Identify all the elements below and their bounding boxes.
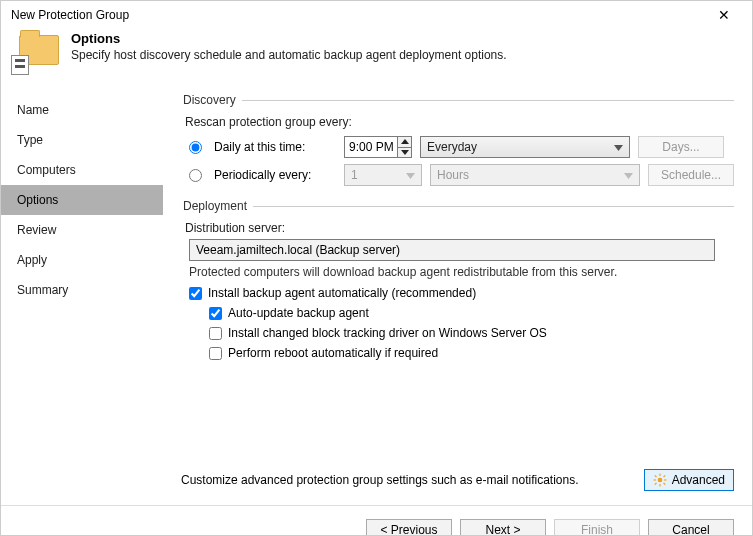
autoupdate-label: Auto-update backup agent [228, 306, 369, 320]
reboot-row: Perform reboot automatically if required [181, 343, 734, 363]
svg-marker-0 [401, 139, 409, 144]
sidebar-item-review[interactable]: Review [1, 215, 163, 245]
install-agent-checkbox[interactable] [189, 287, 202, 300]
server-icon [11, 55, 29, 75]
daily-radio-label: Daily at this time: [214, 140, 336, 154]
daily-row: Daily at this time: Everyday Days... [181, 133, 734, 161]
spinner-up-icon[interactable] [398, 137, 411, 148]
advanced-text: Customize advanced protection group sett… [181, 473, 579, 487]
daily-radio[interactable] [189, 141, 202, 154]
sidebar-item-name[interactable]: Name [1, 95, 163, 125]
chevron-down-icon [406, 168, 415, 182]
chevron-down-icon [614, 140, 623, 154]
reboot-checkbox[interactable] [209, 347, 222, 360]
time-spinner[interactable] [397, 137, 411, 157]
previous-button[interactable]: < Previous [366, 519, 452, 537]
sidebar-item-computers[interactable]: Computers [1, 155, 163, 185]
advanced-row: Customize advanced protection group sett… [181, 469, 734, 491]
svg-marker-4 [624, 173, 633, 179]
cbt-row: Install changed block tracking driver on… [181, 323, 734, 343]
next-button[interactable]: Next > [460, 519, 546, 537]
distribution-label: Distribution server: [181, 221, 734, 235]
sidebar-item-type[interactable]: Type [1, 125, 163, 155]
daily-time-field[interactable] [345, 137, 397, 157]
install-agent-label: Install backup agent automatically (reco… [208, 286, 476, 300]
cancel-button[interactable]: Cancel [648, 519, 734, 537]
periodic-unit: Hours [437, 168, 469, 182]
svg-rect-9 [653, 479, 655, 480]
svg-rect-8 [659, 484, 660, 486]
deployment-legend: Deployment [181, 199, 253, 213]
svg-point-6 [657, 478, 662, 483]
schedule-button: Schedule... [648, 164, 734, 186]
autoupdate-row: Auto-update backup agent [181, 303, 734, 323]
wizard-footer: < Previous Next > Finish Cancel [1, 505, 752, 536]
reboot-label: Perform reboot automatically if required [228, 346, 438, 360]
distribution-server-select[interactable]: Veeam.jamiltech.local (Backup server) [189, 239, 715, 261]
autoupdate-checkbox[interactable] [209, 307, 222, 320]
sidebar-item-options[interactable]: Options [1, 185, 163, 215]
periodic-radio-label: Periodically every: [214, 168, 336, 182]
cbt-label: Install changed block tracking driver on… [228, 326, 547, 340]
main-panel: Discovery Rescan protection group every:… [163, 85, 752, 505]
discovery-group: Discovery Rescan protection group every:… [181, 93, 734, 189]
days-button: Days... [638, 136, 724, 158]
periodic-row: Periodically every: 1 Hours Schedule... [181, 161, 734, 189]
advanced-button-label: Advanced [672, 473, 725, 487]
svg-rect-14 [663, 475, 665, 477]
cbt-checkbox[interactable] [209, 327, 222, 340]
page-title: Options [71, 31, 507, 46]
svg-rect-10 [664, 479, 666, 480]
titlebar: New Protection Group ✕ [1, 1, 752, 29]
sidebar-item-apply[interactable]: Apply [1, 245, 163, 275]
header-icon [11, 31, 59, 75]
svg-marker-3 [406, 173, 415, 179]
spinner-down-icon[interactable] [398, 148, 411, 158]
svg-rect-13 [654, 483, 656, 485]
periodic-value: 1 [351, 168, 358, 182]
wizard-steps-sidebar: Name Type Computers Options Review Apply… [1, 85, 163, 505]
sidebar-item-summary[interactable]: Summary [1, 275, 163, 305]
advanced-button[interactable]: Advanced [644, 469, 734, 491]
svg-rect-11 [654, 475, 656, 477]
deployment-group: Deployment Distribution server: Veeam.ja… [181, 199, 734, 363]
periodic-value-select: 1 [344, 164, 422, 186]
header-text: Options Specify host discovery schedule … [71, 31, 507, 62]
discovery-legend: Discovery [181, 93, 242, 107]
svg-marker-2 [614, 145, 623, 151]
distribution-server-value: Veeam.jamiltech.local (Backup server) [196, 243, 400, 257]
periodic-radio[interactable] [189, 169, 202, 182]
page-subtitle: Specify host discovery schedule and auto… [71, 48, 507, 62]
chevron-down-icon [624, 168, 633, 182]
window-title: New Protection Group [11, 8, 129, 22]
svg-rect-7 [659, 474, 660, 476]
day-select[interactable]: Everyday [420, 136, 630, 158]
periodic-unit-select: Hours [430, 164, 640, 186]
rescan-label: Rescan protection group every: [181, 115, 734, 129]
install-agent-row: Install backup agent automatically (reco… [181, 283, 734, 303]
distribution-info: Protected computers will download backup… [181, 261, 734, 283]
close-icon[interactable]: ✕ [704, 7, 744, 23]
finish-button: Finish [554, 519, 640, 537]
day-select-value: Everyday [427, 140, 477, 154]
gear-icon [653, 473, 667, 487]
wizard-header: Options Specify host discovery schedule … [1, 29, 752, 85]
daily-time-input[interactable] [344, 136, 412, 158]
svg-marker-1 [401, 150, 409, 155]
svg-rect-12 [663, 483, 665, 485]
